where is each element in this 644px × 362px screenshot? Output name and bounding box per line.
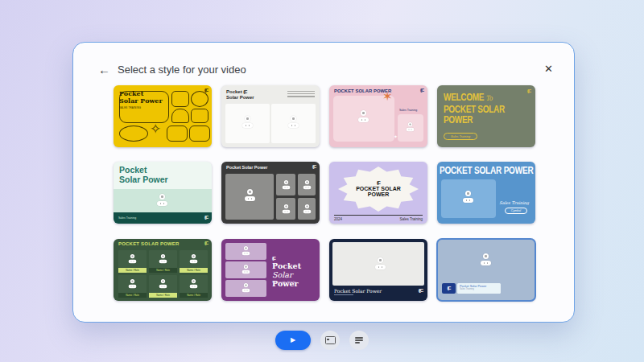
avatar-placeholder-icon: [159, 254, 167, 263]
content-panel: [276, 198, 295, 220]
team-cell: Name / Role: [180, 275, 208, 298]
title-badge: Pocket Solar Power Sales Training: [457, 283, 501, 294]
brand-logo-icon: ((C: [527, 89, 530, 93]
template-title: POCKET SOLARPOWER: [356, 186, 401, 198]
year-label: 2024: [334, 217, 342, 221]
back-button[interactable]: ←: [98, 64, 110, 76]
brand-logo-icon: ((C: [377, 181, 380, 185]
style-picker-dialog: ← Select a style for your video ✕ ((C Po…: [72, 42, 575, 323]
template-thumbnail-blue-bold[interactable]: POCKET SOLAR POWER Sales Training Cymbal: [437, 162, 535, 224]
template-thumbnail-mint-split[interactable]: PocketSolar Power Sales Training ((C: [114, 162, 212, 224]
brand-logo-icon: ((C: [204, 216, 208, 220]
template-subtitle: Sustainable Mobility: [272, 281, 296, 284]
footer-subtext-line: [334, 294, 353, 295]
template-thumbnail-olive-welcome[interactable]: ((C WELCOME To POCKET SOLAR POWER Sales …: [437, 85, 535, 147]
avatar-placeholder-icon: [129, 254, 137, 263]
close-icon[interactable]: ✕: [544, 64, 553, 74]
play-icon: ▶: [291, 337, 295, 343]
avatar-placeholder-icon: [303, 204, 312, 213]
bottom-controls: ▶: [0, 331, 644, 350]
template-title: WELCOME To POCKET SOLAR POWER: [444, 93, 505, 125]
content-panel: [398, 114, 423, 142]
avatar-placeholder-icon: [190, 254, 198, 263]
template-title: Pocket Solar Power: [226, 165, 267, 170]
avatar-placeholder-icon: [481, 253, 491, 265]
dialog-title: Select a style for your video: [118, 64, 246, 76]
avatar-placeholder-icon: [407, 122, 415, 131]
template-thumbnail-navy-frame[interactable]: Pocket Solar Power ((C: [329, 239, 427, 301]
six-point-star-icon: ✶: [382, 90, 393, 102]
template-title: Solar Power: [272, 270, 320, 288]
logo-badge: ((C: [442, 283, 456, 294]
brand-logo-icon: ((C: [243, 89, 246, 94]
template-thumbnail-pink-star[interactable]: POCKET SOLAR POWER ((C ✶ Sales Training …: [329, 85, 427, 147]
brand-logo-icon: ((C: [204, 241, 208, 245]
avatar-placeholder-icon: [303, 180, 312, 189]
name-role-label: Name / Role: [180, 293, 208, 298]
brand-logo-icon: ((C: [272, 257, 275, 261]
team-cell: Name / Role: [118, 275, 147, 298]
name-role-label: Name / Role: [118, 268, 147, 273]
template-title: Pocket ((C Solar Power: [226, 89, 254, 101]
pill-badge: Sales Training: [444, 133, 477, 140]
avatar-placeholder-icon: [283, 204, 291, 213]
footer-rule: 2024 Sales Training: [334, 215, 423, 221]
avatar-placeholder-icon: [375, 257, 386, 269]
template-thumbnail-steel-selected[interactable]: ((C Pocket Solar Power Sales Training: [437, 239, 535, 301]
avatar-placeholder-icon: [358, 110, 369, 122]
avatar-placeholder-icon: [157, 194, 167, 206]
team-cell: Name / Role: [118, 250, 147, 273]
content-panel: [298, 174, 316, 195]
decor-circle: [191, 91, 208, 107]
four-point-star-icon: ✧: [150, 122, 161, 136]
name-role-label: Name / Role: [118, 293, 147, 298]
content-panel: [298, 198, 316, 220]
template-subtitle: SALES TRAINING: [119, 106, 141, 109]
app-background: ← Select a style for your video ✕ ((C Po…: [0, 0, 644, 362]
brand-logo-icon: ((C: [419, 288, 423, 293]
name-role-label: Name / Role: [149, 268, 177, 273]
script-button[interactable]: [349, 331, 369, 350]
sparkle-icon: ✦: [394, 134, 398, 139]
content-panel: [441, 179, 496, 218]
name-role-label: Name / Role: [180, 268, 208, 273]
team-cell: Name / Role: [149, 275, 177, 298]
frames-icon: [325, 336, 336, 344]
content-row: [225, 261, 266, 278]
template-title: POCKET SOLAR POWER: [440, 164, 535, 176]
team-cell: Name / Role: [180, 250, 208, 273]
decor-square: [191, 109, 208, 123]
script-lines-icon: [355, 337, 363, 343]
decor-square: [171, 91, 189, 107]
avatar-placeholder-icon: [283, 180, 291, 189]
team-cell: Name / Role: [149, 250, 177, 273]
footer-label: Pocket Solar Power: [334, 288, 382, 294]
avatar-placeholder-icon: [242, 246, 250, 255]
template-thumbnail-light-panels[interactable]: Pocket ((C Solar Power: [221, 85, 320, 147]
avatar-placeholder-icon: [159, 279, 167, 288]
brand-logo-icon: ((C: [420, 88, 423, 93]
content-row: [225, 280, 266, 297]
avatar-placeholder-icon: [288, 116, 299, 128]
template-thumbnail-purple-rows[interactable]: ((C Pocket Solar Power Sustainable Mobil…: [221, 239, 320, 301]
template-title: PocketSolar Power: [119, 90, 163, 105]
body-text-lines: [287, 91, 315, 97]
template-thumbnail-forest-team[interactable]: POCKET SOLAR POWER ((C Name / Role Name …: [114, 239, 212, 301]
avatar-placeholder-icon: [245, 189, 255, 201]
content-row: [225, 243, 266, 260]
avatar-placeholder-icon: [463, 191, 473, 203]
template-thumbnail-lavender-burst[interactable]: ((C POCKET SOLARPOWER 2024 Sales Trainin…: [329, 162, 427, 224]
decor-arch: [171, 109, 189, 123]
avatar-placeholder-icon: [190, 279, 198, 288]
frames-button[interactable]: [320, 331, 340, 350]
template-thumbnail-yellow-shapes[interactable]: ((C PocketSolar Power SALES TRAINING ✧: [114, 85, 212, 147]
decor-rounded-rect: [167, 125, 188, 142]
avatar-placeholder-icon: [242, 265, 250, 274]
brand-logo-icon: ((C: [312, 165, 316, 169]
content-panel: [276, 174, 295, 195]
avatar-placeholder-icon: [129, 279, 137, 288]
badge-label: Sales Training: [399, 109, 417, 112]
template-thumbnail-charcoal-grid[interactable]: Pocket Solar Power ((C: [221, 162, 320, 224]
play-button[interactable]: ▶: [275, 331, 311, 350]
avatar-placeholder-icon: [242, 283, 250, 292]
